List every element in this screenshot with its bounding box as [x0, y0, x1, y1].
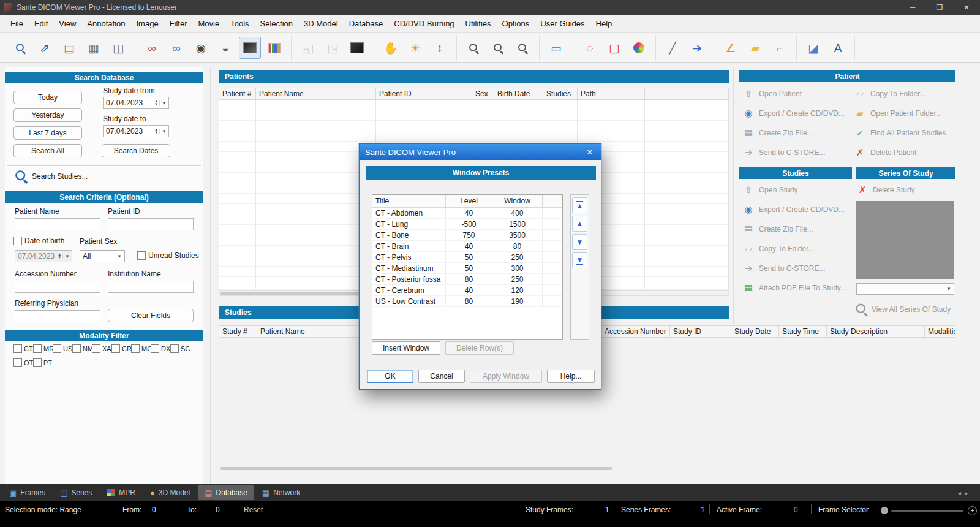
- link-series-icon[interactable]: ∞: [141, 37, 163, 59]
- angle-measure-icon[interactable]: ∠: [720, 37, 742, 59]
- move-up-button[interactable]: ▲: [572, 216, 587, 232]
- menu-annotation[interactable]: Annotation: [81, 16, 130, 31]
- delete-rows-button[interactable]: Delete Row(s): [445, 341, 514, 355]
- send-to-c-store-button[interactable]: ➔Send to C-STORE...: [742, 146, 826, 159]
- yesterday-button[interactable]: Yesterday: [13, 108, 82, 122]
- tab-frames[interactable]: ▣Frames: [2, 485, 52, 500]
- scrollbar-thumb[interactable]: [221, 467, 612, 470]
- preset-row-ct-abdomen[interactable]: CT - Abdomen40400: [372, 208, 562, 219]
- ok-button[interactable]: OK: [367, 370, 413, 383]
- menu-3d-model[interactable]: 3D Model: [298, 16, 344, 31]
- eraser-tool-icon[interactable]: ◪: [802, 37, 824, 59]
- pan-tool-icon[interactable]: ✋: [380, 37, 402, 59]
- column-header-studies[interactable]: Studies: [543, 88, 578, 99]
- series-select[interactable]: ▼: [856, 283, 954, 295]
- column-header-study-time[interactable]: Study Time: [779, 326, 827, 337]
- preset-row-ct-pelvis[interactable]: CT - Pelvis50250: [372, 252, 562, 263]
- column-header-birth-date[interactable]: Birth Date: [494, 88, 543, 99]
- clear-fields-button[interactable]: Clear Fields: [108, 309, 194, 322]
- export-create-cd-dvd-button[interactable]: ◉Export / Create CD/DVD...: [742, 107, 845, 119]
- modality-sc-checkbox[interactable]: SC: [170, 344, 190, 353]
- column-header-study-id[interactable]: Study ID: [670, 326, 731, 337]
- column-header-study-date[interactable]: Study Date: [731, 326, 779, 337]
- create-zip-file-button[interactable]: ▤Create Zip File...: [742, 127, 813, 139]
- modality-cr-checkbox[interactable]: CR: [111, 344, 131, 353]
- modality-nm-checkbox[interactable]: NM: [72, 344, 92, 353]
- minimize-button[interactable]: ─: [899, 0, 926, 15]
- tab-network[interactable]: ▦Network: [255, 485, 307, 500]
- maximize-button[interactable]: ❐: [926, 0, 953, 15]
- active-frame-thumbnail[interactable]: [239, 37, 261, 59]
- menu-database[interactable]: Database: [344, 16, 389, 31]
- modality-ct-checkbox[interactable]: CT: [13, 344, 33, 353]
- today-button[interactable]: Today: [13, 91, 82, 104]
- modality-ot-checkbox[interactable]: OT: [13, 358, 33, 367]
- attach-pdf-file-button[interactable]: ▤Attach PDF File To Study...: [742, 282, 846, 294]
- cobb-angle-icon[interactable]: ⌐: [769, 37, 791, 59]
- delete-study-button[interactable]: ✗Delete Study: [856, 184, 915, 196]
- column-header-path[interactable]: Path: [578, 88, 645, 99]
- preset-row-ct-cerebrum[interactable]: CT - Cerebrum40120: [372, 285, 562, 296]
- menu-utilities[interactable]: Utilities: [460, 16, 497, 31]
- rectangle-select-icon[interactable]: ▭: [545, 37, 567, 59]
- preset-row-ct-bone[interactable]: CT - Bone7503500: [372, 230, 562, 241]
- open-patient-button[interactable]: ⇧Open Patient: [742, 88, 802, 100]
- institution-name-input[interactable]: [108, 281, 194, 293]
- menu-edit[interactable]: Edit: [29, 16, 53, 31]
- date-spinner-icon[interactable]: ▲▼: [153, 128, 159, 134]
- presets-table-body[interactable]: CT - Abdomen40400CT - Lung-5001500CT - B…: [372, 208, 562, 307]
- search-all-button[interactable]: Search All: [13, 144, 82, 157]
- referring-physician-input[interactable]: [15, 310, 100, 322]
- move-tool-icon[interactable]: ↕: [429, 37, 451, 59]
- menu-help[interactable]: Help: [590, 16, 618, 31]
- preset-row-ct-lung[interactable]: CT - Lung-5001500: [372, 219, 562, 230]
- column-header-patient[interactable]: Patient #: [219, 88, 256, 99]
- window-level-icon[interactable]: ◒: [214, 37, 236, 59]
- preset-column-window[interactable]: Window: [492, 195, 543, 207]
- modality-pt-checkbox[interactable]: PT: [33, 358, 53, 367]
- menu-selection[interactable]: Selection: [255, 16, 298, 31]
- frame-selector-track[interactable]: [891, 510, 963, 512]
- rectangle-roi-icon[interactable]: ▢: [603, 37, 625, 59]
- preset-column-title[interactable]: Title: [372, 195, 446, 207]
- menu-cd-dvd-burning[interactable]: CD/DVD Burning: [388, 16, 459, 31]
- close-button[interactable]: ✕: [953, 0, 980, 15]
- preset-row-ct-brain[interactable]: CT - Brain4080: [372, 241, 562, 252]
- column-header-patient-id[interactable]: Patient ID: [376, 88, 472, 99]
- column-header-modalities[interactable]: Modalities: [925, 326, 956, 337]
- column-header-accession-number[interactable]: Accession Number: [601, 326, 670, 337]
- tab-scroll-arrows[interactable]: ◂▸: [958, 490, 980, 496]
- patient-sex-select[interactable]: All ▼: [80, 250, 125, 262]
- move-bottom-button[interactable]: ▼: [572, 252, 587, 268]
- find-all-patient-studies-button[interactable]: ✓Find All Patient Studies: [854, 127, 946, 139]
- studies-h-scrollbar[interactable]: [219, 466, 956, 471]
- dialog-title-bar[interactable]: Sante DICOM Viewer Pro ✕: [360, 144, 601, 160]
- study-date-to-field[interactable]: 07.04.2023 ▲▼ ▼: [103, 125, 169, 137]
- column-header-patient-name[interactable]: Patient Name: [256, 88, 376, 99]
- modality-xa-checkbox[interactable]: XA: [92, 344, 111, 353]
- right-splitter[interactable]: [733, 67, 734, 324]
- search-dates-button[interactable]: Search Dates: [102, 144, 170, 157]
- patient-name-input[interactable]: [15, 218, 100, 230]
- calendar-dropdown-icon[interactable]: ▼: [159, 100, 168, 106]
- frame-selector-knob[interactable]: [881, 507, 888, 514]
- last-7-days-button[interactable]: Last 7 days: [13, 126, 82, 140]
- search-database-icon[interactable]: [9, 37, 31, 59]
- modality-dx-checkbox[interactable]: DX: [151, 344, 170, 353]
- patient-id-input[interactable]: [108, 218, 194, 230]
- reset-button[interactable]: Reset: [244, 506, 263, 514]
- tab-series[interactable]: ◫Series: [53, 485, 99, 500]
- frame-selector-fit-button[interactable]: +: [968, 506, 977, 515]
- menu-movie[interactable]: Movie: [193, 16, 225, 31]
- paste-image-icon[interactable]: ◫: [107, 37, 129, 59]
- dialog-close-button[interactable]: ✕: [579, 144, 601, 160]
- send-to-c-store-study-button[interactable]: ➔Send to C-STORE...: [742, 262, 826, 275]
- menu-user-guides[interactable]: User Guides: [535, 16, 590, 31]
- histogram-icon[interactable]: [263, 37, 285, 59]
- text-annotation-icon[interactable]: A: [827, 37, 849, 59]
- tab-3d-model[interactable]: ●3D Model: [143, 485, 197, 500]
- search-studies-button[interactable]: Search Studies...: [16, 171, 88, 181]
- calendar-dropdown-icon[interactable]: ▼: [159, 129, 168, 134]
- accession-number-input[interactable]: [15, 281, 100, 293]
- cancel-button[interactable]: Cancel: [418, 370, 465, 383]
